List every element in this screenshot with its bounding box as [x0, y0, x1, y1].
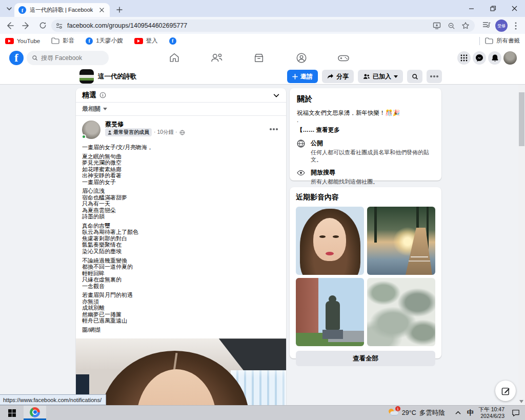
youtube-icon	[134, 38, 143, 44]
tray-expand-icon[interactable]	[455, 411, 461, 415]
eye-icon	[297, 168, 306, 185]
chrome-taskbar-button[interactable]	[24, 406, 46, 420]
post-body: 一畫眉的女子/文/月亮吻海， 夏之眠的無句曲 夢見光瀾的微空 如花嘩蜜素絲廊 出…	[76, 141, 286, 338]
caret-down-icon	[103, 108, 107, 110]
bookmark-youtube[interactable]: YouTube	[5, 36, 40, 46]
back-icon[interactable]	[3, 19, 16, 32]
bookmark-folder-media[interactable]: 影音	[51, 36, 74, 46]
page-scrollbar[interactable]	[518, 85, 525, 405]
globe-icon	[297, 139, 306, 164]
close-window-icon[interactable]	[503, 0, 525, 17]
taskbar: 1 29°C 多雲時陰 中 下午 10:47 2024/6/23	[0, 405, 525, 420]
start-button[interactable]	[0, 406, 24, 420]
group-avatar[interactable]	[79, 69, 94, 84]
collapse-chevron-icon[interactable]	[273, 92, 280, 99]
action-center-icon[interactable]	[512, 409, 520, 417]
media-photo-statue[interactable]	[296, 278, 364, 346]
invite-button[interactable]: 邀請	[287, 70, 318, 83]
post-author-name[interactable]: 蔡旻修	[105, 120, 124, 129]
minimize-icon[interactable]	[460, 0, 482, 17]
share-button[interactable]: 分享	[322, 70, 354, 83]
weather-cloud-icon: 1	[388, 408, 399, 417]
facebook-search[interactable]	[27, 51, 109, 65]
side-panel-icon[interactable]	[482, 21, 491, 31]
post-image-credit: 圖/網擷	[82, 327, 280, 333]
plus-icon	[292, 74, 298, 79]
media-photo-sunset-trail[interactable]	[367, 207, 435, 275]
notifications-bell-icon[interactable]	[488, 51, 501, 65]
facebook-icon: f	[169, 37, 176, 45]
tab-close-icon[interactable]	[97, 6, 106, 14]
info-icon[interactable]	[99, 92, 106, 98]
chrome-icon	[30, 407, 40, 417]
group-name[interactable]: 這一代的詩歌	[98, 72, 136, 81]
new-tab-button[interactable]	[114, 4, 125, 15]
group-search-button[interactable]	[407, 70, 422, 83]
group-more-button[interactable]	[427, 70, 442, 83]
status-bar-link: https://www.facebook.com/notifications/	[0, 394, 106, 405]
search-icon	[412, 73, 418, 80]
post-timestamp[interactable]: · 10分鐘 ·	[154, 129, 177, 136]
compose-post-button[interactable]	[495, 381, 516, 401]
joined-button[interactable]: 已加入	[358, 70, 403, 83]
see-all-button[interactable]: 查看全部	[296, 351, 435, 366]
apps-menu-icon[interactable]	[457, 51, 471, 65]
bookmark-star-icon[interactable]	[460, 21, 471, 31]
weather-temperature: 29°C	[402, 409, 416, 416]
ime-indicator[interactable]: 中	[467, 408, 474, 417]
nav-home-icon[interactable]	[167, 48, 181, 68]
all-bookmarks-button[interactable]: 所有書籤	[485, 36, 520, 46]
about-title: 關於	[297, 94, 434, 104]
post-author-avatar[interactable]	[82, 121, 100, 139]
see-more-link[interactable]: 【…… 查看更多	[297, 126, 434, 134]
media-photo-ink-painting[interactable]	[367, 278, 435, 346]
forward-icon[interactable]	[19, 19, 33, 32]
install-app-icon[interactable]	[432, 21, 442, 31]
restore-icon[interactable]	[482, 0, 503, 17]
browser-toolbar: facebook.com/groups/1409544602695777 旻修	[0, 17, 525, 34]
tab-search-icon[interactable]	[4, 4, 14, 14]
bookmark-facebook[interactable]: f	[169, 36, 176, 46]
facebook-icon: f	[86, 37, 93, 45]
media-photo-selfie[interactable]	[296, 207, 364, 275]
folder-icon	[485, 37, 493, 44]
online-status-dot	[82, 134, 86, 139]
nav-profile-icon[interactable]	[294, 48, 309, 68]
facebook-logo[interactable]: f	[9, 51, 24, 65]
sort-selector[interactable]: 最相關	[76, 103, 286, 116]
site-permissions-icon[interactable]	[55, 22, 63, 30]
post-photo[interactable]	[76, 338, 286, 405]
featured-section[interactable]: 精選	[76, 88, 286, 103]
person-icon	[108, 130, 112, 135]
members-icon	[363, 73, 370, 79]
taskbar-clock[interactable]: 下午 10:47 2024/6/23	[479, 406, 504, 419]
weather-description: 多雲時陰	[419, 409, 445, 417]
scrollbar-down-arrow[interactable]	[519, 400, 523, 403]
windows-logo-icon	[8, 409, 16, 417]
bookmark-facebook-profile[interactable]: f 1天廖小嫂	[86, 36, 123, 46]
browser-tab[interactable]: f 這一代的詩歌 | Facebook	[14, 3, 110, 17]
search-input[interactable]	[41, 54, 103, 62]
weather-widget[interactable]: 1 29°C 多雲時陰	[388, 408, 452, 417]
youtube-icon	[5, 38, 14, 44]
nav-marketplace-icon[interactable]	[252, 48, 266, 68]
bookmark-login[interactable]: 登入	[134, 36, 158, 46]
about-visibility-row: 開放搜尋 所有人都能找到這個社團。	[297, 168, 434, 185]
zoom-out-page-icon[interactable]	[446, 21, 456, 31]
post-menu-button[interactable]	[267, 122, 281, 136]
post-header: 蔡旻修 最常發言的成員 · 10分鐘 ·	[76, 116, 286, 141]
browser-profile-avatar[interactable]: 旻修	[495, 19, 508, 32]
messenger-icon[interactable]	[473, 51, 486, 65]
about-card: 關於 祝福文友們文思泉湧，新年快樂！🎊🎉 . 【…… 查看更多 公開 任何人都可…	[290, 88, 441, 181]
nav-friends-icon[interactable]	[210, 48, 224, 68]
more-icon	[273, 128, 275, 130]
address-bar[interactable]: facebook.com/groups/1409544602695777	[51, 19, 475, 32]
reload-icon[interactable]	[36, 19, 49, 32]
url-text[interactable]: facebook.com/groups/1409544602695777	[67, 22, 428, 29]
fb-profile-avatar[interactable]	[503, 51, 517, 65]
post-stanza: 夏之眠的無句曲 夢見光瀾的微空 如花嘩蜜素絲廊 出神安靜的看著 一畫眉的女子	[82, 153, 280, 186]
nav-gaming-icon[interactable]	[336, 48, 351, 68]
scrollbar-thumb[interactable]	[519, 92, 524, 146]
about-greeting: 祝福文友們文思泉湧，新年快樂！🎊🎉	[297, 109, 434, 117]
browser-menu-icon[interactable]	[511, 21, 521, 31]
